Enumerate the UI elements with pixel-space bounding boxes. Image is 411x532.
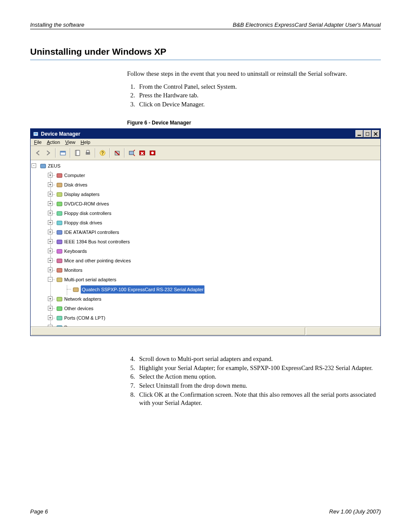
expand-icon[interactable]: + <box>48 182 53 187</box>
expand-icon[interactable]: + <box>48 211 53 215</box>
expand-icon[interactable]: + <box>48 315 53 320</box>
expand-icon[interactable]: + <box>48 296 53 301</box>
status-cell-2 <box>306 327 380 335</box>
tree-category[interactable]: Multi-port serial adapters <box>56 276 116 283</box>
svg-point-19 <box>151 152 154 154</box>
section-title: Uninstalling under Windows XP <box>30 47 381 60</box>
expand-icon[interactable]: + <box>48 173 53 177</box>
tree-category[interactable]: Monitors <box>56 266 82 274</box>
header-right: B&B Electronics ExpressCard Serial Adapt… <box>233 22 381 28</box>
tree-category[interactable]: Mice and other pointing devices <box>56 257 131 264</box>
tree-category-label: IDE ATA/ATAPI controllers <box>64 228 119 236</box>
svg-rect-31 <box>57 268 62 272</box>
svg-rect-30 <box>57 259 62 263</box>
menu-view[interactable]: View <box>65 140 75 145</box>
step-item: Press the Hardware tab. <box>137 91 381 100</box>
svg-rect-7 <box>60 151 65 152</box>
tree-category-label: Ports (COM & LPT) <box>64 314 105 322</box>
expand-icon[interactable]: + <box>48 230 53 234</box>
tree-category[interactable]: IDE ATA/ATAPI controllers <box>56 228 119 236</box>
svg-rect-20 <box>40 164 46 168</box>
svg-rect-11 <box>87 150 89 152</box>
collapse-icon[interactable]: - <box>48 277 53 282</box>
close-button[interactable] <box>372 130 380 137</box>
expand-icon[interactable]: + <box>48 306 53 311</box>
tree-category-label: Disk drives <box>64 181 87 189</box>
footer-left: Page 6 <box>30 508 48 515</box>
svg-rect-27 <box>57 230 62 234</box>
extra2-icon[interactable] <box>148 148 157 158</box>
tree-category[interactable]: Keyboards <box>56 247 87 255</box>
serial-adapter-icon <box>72 286 79 293</box>
minimize-button[interactable] <box>355 130 363 137</box>
svg-rect-23 <box>57 193 62 196</box>
svg-rect-21 <box>57 174 62 177</box>
extra1-icon[interactable] <box>137 148 147 158</box>
expand-icon[interactable]: + <box>48 268 53 272</box>
tree-category[interactable]: Floppy disk controllers <box>56 209 111 217</box>
tree-category-label: Floppy disk drives <box>64 219 102 227</box>
forward-icon[interactable] <box>44 148 53 158</box>
uninstall-icon[interactable] <box>112 148 122 158</box>
tree-category-label: IEEE 1394 Bus host controllers <box>64 238 130 246</box>
collapse-icon[interactable]: - <box>31 163 36 168</box>
tree-category[interactable]: Other devices <box>56 305 93 312</box>
expand-icon[interactable]: + <box>48 239 53 244</box>
intro-text: Follow these steps in the event that you… <box>127 70 381 78</box>
titlebar[interactable]: Device Manager <box>31 129 380 139</box>
computer-icon <box>40 162 47 169</box>
device-category-icon <box>56 267 63 274</box>
tree-category[interactable]: Floppy disk drives <box>56 219 102 227</box>
svg-rect-26 <box>57 221 62 225</box>
tree-device-selected[interactable]: Quatech SSPXP-100 ExpressCard RS-232 Ser… <box>72 285 205 294</box>
properties-icon[interactable] <box>73 148 82 158</box>
expand-icon[interactable]: + <box>48 249 53 253</box>
expand-icon[interactable]: + <box>48 192 53 196</box>
svg-rect-36 <box>57 316 62 320</box>
back-icon[interactable] <box>33 148 43 158</box>
device-category-icon <box>56 324 63 327</box>
step-item: From the Control Panel, select System. <box>137 83 381 91</box>
tree-root-node[interactable]: ZEUS <box>40 162 60 170</box>
tree-category[interactable]: Ports (COM & LPT) <box>56 314 105 322</box>
svg-rect-29 <box>57 249 62 253</box>
figure-caption: Figure 6 - Device Manager <box>127 120 381 126</box>
device-category-icon <box>56 296 63 302</box>
svg-rect-3 <box>366 132 369 136</box>
svg-rect-22 <box>57 183 62 187</box>
expand-icon[interactable]: + <box>48 325 53 327</box>
tree-category[interactable]: DVD/CD-ROM drives <box>56 200 109 208</box>
svg-rect-25 <box>57 212 62 215</box>
expand-icon[interactable]: + <box>48 258 53 263</box>
device-tree[interactable]: -ZEUS+Computer+Disk drives+Display adapt… <box>31 160 380 327</box>
page-header: Installing the software B&B Electronics … <box>30 22 381 29</box>
print-icon[interactable] <box>83 148 93 158</box>
expand-icon[interactable]: + <box>48 220 53 225</box>
help-icon[interactable]: ? <box>98 148 107 158</box>
tree-category-label: Monitors <box>64 266 82 274</box>
scan-icon[interactable] <box>127 148 137 158</box>
maximize-button[interactable] <box>364 130 371 137</box>
device-manager-window: Device Manager File Action View Help <box>30 128 381 336</box>
tree-category-label: Network adapters <box>64 295 101 303</box>
tree-category[interactable]: IEEE 1394 Bus host controllers <box>56 238 130 246</box>
menu-file[interactable]: File <box>34 140 42 145</box>
svg-rect-28 <box>57 240 62 244</box>
device-category-icon <box>56 276 63 283</box>
tree-category[interactable]: Computer <box>56 171 85 179</box>
expand-icon[interactable]: + <box>48 201 53 206</box>
tree-category[interactable]: Network adapters <box>56 295 101 303</box>
step-item: Click OK at the Confirmation screen. Not… <box>137 391 381 408</box>
tree-category[interactable]: Disk drives <box>56 181 87 189</box>
tree-category[interactable]: Processors <box>56 324 88 327</box>
application-icon <box>32 131 39 137</box>
tree-category-label: Multi-port serial adapters <box>64 276 116 283</box>
step-item: Select the Action menu option. <box>137 373 381 381</box>
up-icon[interactable] <box>58 148 68 158</box>
menu-help[interactable]: Help <box>81 140 90 145</box>
tree-category[interactable]: Display adapters <box>56 190 100 198</box>
device-category-icon <box>56 210 63 217</box>
device-category-icon <box>56 305 63 312</box>
tree-category-label: Mice and other pointing devices <box>64 257 131 264</box>
menu-action[interactable]: Action <box>47 140 60 145</box>
